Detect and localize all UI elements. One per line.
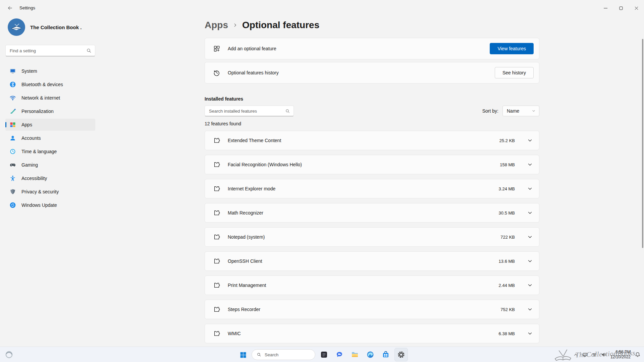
card-title: Optional features history	[228, 70, 279, 75]
feature-row[interactable]: Steps Recorder 752 KB	[205, 300, 539, 319]
chevron-down-icon[interactable]	[527, 210, 533, 216]
taskbar-search[interactable]: Search	[252, 349, 315, 360]
window-title: Settings	[19, 5, 35, 10]
system-tray: 6:58 PM 12/10/2022	[573, 347, 641, 362]
installed-features-search-input[interactable]	[209, 109, 285, 114]
sidebar-item-gaming[interactable]: Gaming	[5, 159, 95, 171]
see-history-button[interactable]: See history	[495, 67, 534, 78]
taskbar: Search 6:58 PM 12/10/2022	[0, 347, 644, 362]
file-explorer-icon[interactable]	[348, 348, 362, 361]
wifi-icon[interactable]	[592, 352, 597, 357]
scrollbar-thumb[interactable]	[642, 39, 643, 248]
feature-size: 752 KB	[500, 307, 515, 312]
add-optional-feature-card: Add an optional feature View features	[205, 38, 539, 59]
feature-puzzle-icon	[213, 185, 220, 192]
sidebar-item-network[interactable]: Network & internet	[5, 92, 95, 104]
card-title: Add an optional feature	[228, 46, 276, 51]
store-icon[interactable]	[379, 348, 392, 361]
find-setting-search[interactable]	[5, 45, 95, 56]
feature-row[interactable]: Facial Recognition (Windows Hello) 158 M…	[205, 155, 539, 174]
feature-puzzle-icon	[213, 137, 220, 144]
feature-size: 25.2 KB	[499, 138, 515, 143]
sort-value: Name	[507, 108, 519, 114]
bell-icon[interactable]	[635, 352, 641, 358]
sidebar-item-windows-update[interactable]: Windows Update	[5, 199, 95, 211]
chat-icon[interactable]	[333, 348, 346, 361]
tray-time: 6:58 PM	[610, 350, 631, 355]
sidebar-item-time-language[interactable]: Time & language	[5, 145, 95, 158]
feature-size: 13.6 MB	[499, 259, 515, 264]
personalization-icon	[9, 108, 16, 115]
sidebar-item-personalization[interactable]: Personalization	[5, 105, 95, 117]
sidebar-item-bluetooth[interactable]: Bluetooth & devices	[5, 78, 95, 90]
minimize-button[interactable]	[598, 0, 613, 16]
view-features-button[interactable]: View features	[490, 43, 534, 54]
account-header[interactable]: The Collection Book .	[7, 18, 93, 36]
chevron-down-icon[interactable]	[527, 330, 533, 337]
add-feature-icon	[213, 45, 220, 52]
breadcrumb-parent[interactable]: Apps	[205, 20, 228, 31]
tray-date: 12/10/2022	[610, 355, 631, 360]
collection-book-logo-icon	[7, 18, 25, 36]
sort-label: Sort by:	[482, 108, 498, 114]
chevron-down-icon[interactable]	[527, 162, 533, 168]
sidebar-item-label: Apps	[21, 122, 32, 127]
chevron-down-icon[interactable]	[527, 234, 533, 240]
accessibility-icon	[9, 175, 16, 182]
close-button[interactable]	[629, 0, 644, 16]
chevron-down-icon[interactable]	[527, 282, 533, 288]
chevron-up-icon[interactable]	[573, 352, 578, 357]
apps-icon	[9, 121, 16, 128]
search-and-sort-row: Sort by: Name	[205, 106, 539, 116]
installed-features-heading: Installed features	[205, 96, 539, 102]
sidebar-item-privacy[interactable]: Privacy & security	[5, 186, 95, 198]
chevron-down-icon[interactable]	[527, 258, 533, 264]
edge-icon[interactable]	[364, 348, 377, 361]
network-icon	[9, 95, 16, 101]
sidebar-item-apps[interactable]: Apps	[5, 119, 95, 131]
feature-row[interactable]: Print Management 2.44 MB	[205, 276, 539, 295]
sidebar-item-system[interactable]: System	[5, 65, 95, 77]
volume-icon[interactable]	[601, 352, 606, 357]
dark-app-icon[interactable]	[317, 348, 331, 361]
display-icon[interactable]	[582, 352, 588, 357]
feature-row[interactable]: Notepad (system) 722 KB	[205, 227, 539, 247]
feature-row[interactable]: Internet Explorer mode 3.24 MB	[205, 179, 539, 198]
accounts-icon	[9, 135, 16, 141]
sidebar-item-accounts[interactable]: Accounts	[5, 132, 95, 144]
feature-row[interactable]: WMIC 6.38 MB	[205, 324, 539, 343]
settings-gear-icon[interactable]	[394, 348, 408, 361]
taskbar-center: Search	[236, 347, 408, 362]
sidebar-item-accessibility[interactable]: Accessibility	[5, 172, 95, 184]
sidebar: The Collection Book . System Bluetooth &…	[0, 16, 101, 347]
chevron-down-icon[interactable]	[527, 186, 533, 192]
back-button[interactable]	[3, 2, 17, 14]
breadcrumb: Apps Optional features	[205, 19, 539, 32]
chevron-down-icon[interactable]	[527, 137, 533, 143]
sidebar-nav: System Bluetooth & devices Network & int…	[5, 65, 95, 211]
features-count: 12 features found	[205, 121, 539, 127]
feature-name: Math Recognizer	[228, 210, 263, 216]
page-title: Optional features	[242, 20, 319, 31]
feature-puzzle-icon	[213, 161, 220, 168]
corner-logo-icon[interactable]	[5, 350, 13, 359]
installed-features-search[interactable]	[205, 106, 294, 116]
feature-name: Facial Recognition (Windows Hello)	[228, 162, 302, 167]
feature-row[interactable]: OpenSSH Client 13.6 MB	[205, 251, 539, 271]
sidebar-item-label: Personalization	[21, 109, 54, 114]
sort-dropdown[interactable]: Name	[502, 106, 539, 116]
find-setting-input[interactable]	[10, 48, 86, 53]
chevron-down-icon[interactable]	[527, 306, 533, 312]
sidebar-item-label: Gaming	[21, 162, 38, 168]
start-button[interactable]	[236, 348, 250, 361]
feature-row[interactable]: Extended Theme Content 25.2 KB	[205, 131, 539, 150]
feature-row[interactable]: Math Recognizer 30.5 MB	[205, 203, 539, 223]
bluetooth-icon	[9, 81, 16, 88]
maximize-button[interactable]	[613, 0, 629, 16]
taskbar-clock[interactable]: 6:58 PM 12/10/2022	[610, 350, 631, 360]
minimize-icon	[604, 6, 607, 10]
feature-size: 3.24 MB	[499, 186, 515, 191]
feature-name: Steps Recorder	[228, 307, 260, 312]
back-arrow-icon	[7, 5, 13, 11]
feature-puzzle-icon	[213, 233, 220, 241]
